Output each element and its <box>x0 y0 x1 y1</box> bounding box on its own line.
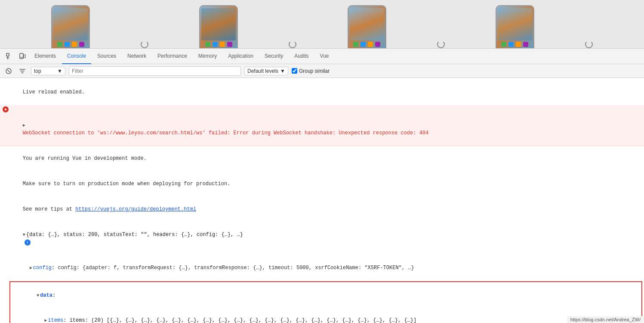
tab-audits[interactable]: Audits <box>289 49 314 64</box>
phone-1 <box>51 5 90 48</box>
tab-sources[interactable]: Sources <box>92 49 121 64</box>
icon-purple-3 <box>375 42 380 47</box>
svg-point-5 <box>21 58 22 59</box>
svg-rect-3 <box>20 53 23 59</box>
phone-3-refresh <box>437 39 445 48</box>
phone-2 <box>199 5 238 48</box>
tab-network[interactable]: Network <box>122 49 151 64</box>
tab-memory[interactable]: Memory <box>193 49 222 64</box>
icon-purple-2 <box>227 42 232 47</box>
phone-4 <box>496 5 534 48</box>
config-expand-icon[interactable] <box>30 264 32 272</box>
icon-green <box>57 42 62 47</box>
data-expand-icon[interactable] <box>37 292 39 299</box>
phone-screen-4 <box>498 8 532 40</box>
tab-security[interactable]: Security <box>259 49 288 64</box>
console-output: Live reload enabled. ● WebSocket connect… <box>0 78 644 323</box>
vue-dev-message-3: See more tips at https://vuejs.org/guide… <box>0 197 644 222</box>
phone-screen-2 <box>201 8 236 40</box>
icon-blue-3 <box>361 42 366 47</box>
icon-orange-3 <box>368 42 373 47</box>
info-badge: i <box>25 239 31 245</box>
icon-orange-4 <box>516 42 521 47</box>
refresh-icon-2 <box>289 40 296 48</box>
phone-icons-4 <box>501 42 528 47</box>
icon-blue <box>65 42 70 47</box>
icon-purple <box>79 42 84 47</box>
console-toolbar: top ▼ Default levels ▼ Group similar <box>0 64 644 78</box>
icon-blue-2 <box>213 42 218 47</box>
phone-screen-3 <box>350 8 384 40</box>
dropdown-arrow-icon: ▼ <box>57 68 62 74</box>
tab-elements[interactable]: Elements <box>29 49 61 64</box>
filter-icon[interactable] <box>17 66 28 76</box>
phone-2-refresh <box>289 39 296 48</box>
context-selector[interactable]: top ▼ <box>31 67 65 75</box>
live-reload-message: Live reload enabled. <box>0 80 644 105</box>
object-summary-line: {data: {…}, status: 200, statusText: "",… <box>0 222 644 255</box>
refresh-icon-3 <box>437 40 445 48</box>
svg-line-8 <box>7 70 10 72</box>
phone-3 <box>348 5 386 48</box>
icon-purple-4 <box>523 42 528 47</box>
data-highlight-box: data: items: items: (20) [{…}, {…}, {…},… <box>9 281 642 323</box>
phone-icons <box>57 42 84 47</box>
device-icon[interactable] <box>16 50 28 62</box>
group-similar-checkbox[interactable] <box>292 68 297 74</box>
tab-performance[interactable]: Performance <box>152 49 192 64</box>
object-expand-icon[interactable] <box>23 231 25 239</box>
icon-blue-4 <box>508 42 514 47</box>
clear-console-icon[interactable] <box>3 66 14 76</box>
tab-vue[interactable]: Vue <box>315 49 334 64</box>
devtools-tab-bar: Elements Console Sources Network Perform… <box>0 49 644 64</box>
phone-icons-3 <box>353 42 380 47</box>
icon-green-4 <box>501 42 506 47</box>
config-line: config: config: {adapter: f, transformRe… <box>0 255 644 281</box>
items-line: items: items: (20) [{…}, {…}, {…}, {…}, … <box>10 308 641 323</box>
vue-dev-message-1: You are running Vue in development mode. <box>0 146 644 171</box>
icon-green-3 <box>353 42 358 47</box>
inspector-icon[interactable] <box>3 50 15 62</box>
ws-expand-icon[interactable] <box>23 121 25 129</box>
refresh-icon-4 <box>585 40 593 48</box>
phone-bar <box>0 0 644 49</box>
items-expand-icon[interactable] <box>44 317 47 323</box>
phone-screen <box>53 8 88 40</box>
phone-4-refresh <box>585 39 593 48</box>
vue-dev-message-2: Make sure to turn on production mode whe… <box>0 171 644 197</box>
svg-rect-6 <box>24 55 25 58</box>
levels-dropdown-icon: ▼ <box>280 68 285 74</box>
svg-rect-0 <box>6 53 9 56</box>
refresh-icon <box>141 40 148 48</box>
icon-orange <box>72 42 77 47</box>
icon-green-2 <box>205 42 210 47</box>
phone-icons-2 <box>205 42 232 47</box>
error-icon-ws: ● <box>3 106 9 112</box>
group-similar-toggle[interactable]: Group similar <box>292 68 330 74</box>
icon-orange-2 <box>220 42 225 47</box>
websocket-error-message: ● WebSocket connection to 'ws://www.leyo… <box>0 105 644 146</box>
filter-input[interactable] <box>69 66 241 76</box>
level-selector[interactable]: Default levels ▼ <box>244 67 288 75</box>
tab-application[interactable]: Application <box>223 49 259 64</box>
status-bar: https://blog.csdn.net/Andrea_ZW/ <box>567 316 644 323</box>
data-label-line: data: <box>10 283 641 308</box>
phone-1-refresh <box>141 39 148 48</box>
tab-console[interactable]: Console <box>62 49 91 64</box>
